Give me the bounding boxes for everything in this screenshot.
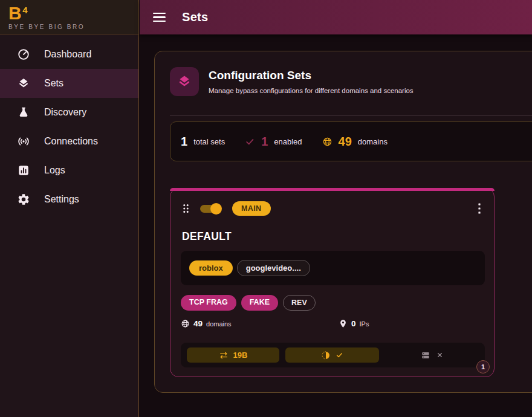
- enabled-value: 1: [261, 135, 268, 149]
- domain-chip-roblox[interactable]: roblox: [189, 260, 233, 276]
- sidebar-item-label: Dashboard: [44, 49, 91, 60]
- globe-icon: [322, 137, 332, 147]
- stats-bar: 1 total sets 1 enabled 49 domains: [170, 121, 532, 161]
- stat-enabled: 1 enabled: [245, 135, 302, 149]
- set-enabled-toggle[interactable]: [200, 203, 222, 215]
- layers-icon: [170, 67, 199, 96]
- sidebar-item-label: Sets: [44, 78, 63, 89]
- card-domains-value: 49: [193, 319, 203, 328]
- domains-value: 49: [339, 135, 352, 149]
- sidebar-item-connections[interactable]: Connections: [0, 127, 138, 156]
- check-icon: [336, 351, 343, 359]
- card-actions-bar: 19B: [181, 343, 485, 367]
- server-icon: [421, 351, 430, 360]
- brand-superscript: 4: [22, 5, 27, 15]
- card-domains-label: domains: [206, 320, 232, 328]
- status-button[interactable]: [285, 348, 379, 363]
- configuration-sets-panel: Configuration Sets Manage bypass configu…: [154, 51, 532, 393]
- tag-rev: REV: [283, 295, 316, 311]
- swap-arrows-icon: [219, 351, 229, 360]
- toggle-thumb: [210, 203, 222, 215]
- card-accent-bar: [170, 188, 495, 191]
- bar-chart-icon: [17, 164, 30, 177]
- drag-handle-icon[interactable]: [182, 203, 190, 214]
- tag-fake: FAKE: [241, 295, 278, 311]
- top-bar: Sets: [140, 0, 532, 34]
- card-ips-count: 0 IPs: [339, 319, 369, 328]
- sidebar-nav: Dashboard Sets Discovery: [0, 34, 138, 214]
- card-ips-value: 0: [351, 319, 356, 328]
- domain-chips-box: roblox googlevideo....: [181, 251, 485, 285]
- stat-domains: 49 domains: [322, 135, 388, 149]
- stat-total-sets: 1 total sets: [181, 135, 225, 149]
- main-badge[interactable]: MAIN: [232, 201, 271, 216]
- page-title: Configuration Sets: [209, 69, 414, 82]
- set-index-badge: 1: [476, 360, 490, 373]
- dns-status[interactable]: [385, 351, 479, 360]
- brand-letter: B: [8, 3, 22, 23]
- domains-label: domains: [358, 137, 388, 146]
- card-ips-label: IPs: [360, 320, 369, 328]
- gear-icon: [17, 193, 30, 206]
- sidebar-item-label: Settings: [44, 194, 79, 205]
- brand-tagline: BYE BYE BIG BRO: [8, 24, 138, 30]
- sidebar-item-dashboard[interactable]: Dashboard: [0, 40, 138, 69]
- sidebar-item-discovery[interactable]: Discovery: [0, 98, 138, 127]
- check-icon: [245, 137, 255, 147]
- total-sets-value: 1: [181, 135, 187, 149]
- card-domains-count: 49 domains: [181, 319, 232, 328]
- menu-icon[interactable]: [153, 13, 166, 22]
- sidebar-item-label: Connections: [44, 136, 98, 147]
- x-icon: [436, 351, 444, 359]
- domain-chip-googlevideo[interactable]: googlevideo....: [237, 260, 310, 276]
- traffic-label: 19B: [233, 351, 248, 360]
- set-card-default: MAIN DEFAULT roblox googlevideo.... TCP …: [170, 188, 495, 377]
- sidebar-item-sets[interactable]: Sets: [0, 69, 138, 98]
- divider: [170, 115, 532, 116]
- sidebar: B4 BYE BYE BIG BRO Dashboard Sets: [0, 0, 139, 417]
- page-header-title: Sets: [182, 10, 208, 24]
- brand-logo[interactable]: B4 BYE BYE BIG BRO: [0, 0, 138, 34]
- gauge-icon: [17, 48, 30, 61]
- location-pin-icon: [339, 319, 348, 328]
- page-subtitle: Manage bypass configurations for differe…: [209, 87, 414, 94]
- globe-icon: [181, 319, 190, 328]
- panel-header: Configuration Sets Manage bypass configu…: [170, 67, 414, 96]
- traffic-button[interactable]: 19B: [187, 348, 279, 363]
- sidebar-item-label: Discovery: [44, 107, 86, 118]
- enabled-label: enabled: [274, 137, 302, 146]
- sidebar-item-label: Logs: [44, 165, 65, 176]
- kebab-menu-icon[interactable]: [475, 202, 484, 215]
- layers-icon: [17, 77, 30, 90]
- total-sets-label: total sets: [193, 137, 225, 146]
- flask-icon: [17, 106, 30, 119]
- tag-tcp-frag: TCP FRAG: [181, 295, 236, 311]
- contrast-icon: [321, 351, 331, 360]
- strategy-tags-row: TCP FRAG FAKE REV: [181, 295, 316, 311]
- set-name: DEFAULT: [182, 230, 232, 243]
- sidebar-item-logs[interactable]: Logs: [0, 156, 138, 185]
- sidebar-item-settings[interactable]: Settings: [0, 185, 138, 214]
- card-header-row: MAIN: [182, 201, 484, 216]
- broadcast-icon: [17, 135, 30, 148]
